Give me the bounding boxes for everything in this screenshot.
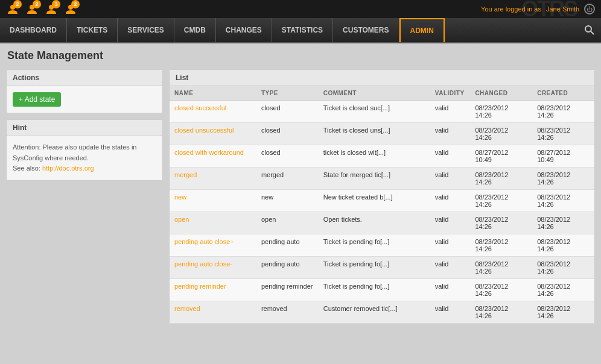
logout-button[interactable]: ⏻ [584, 4, 595, 14]
table-row: openopenOpen tickets.valid08/23/2012 14:… [170, 212, 594, 234]
state-name-link[interactable]: closed with workaround [174, 149, 244, 156]
nav-services[interactable]: SERVICES [118, 18, 174, 42]
state-created: 08/23/2012 14:26 [532, 257, 594, 279]
state-validity: valid [430, 212, 471, 234]
nav-admin[interactable]: ADMIN [399, 18, 445, 42]
state-name-link[interactable]: pending auto close- [174, 260, 232, 268]
state-name-link[interactable]: pending auto close+ [174, 238, 234, 245]
search-icon [584, 25, 595, 36]
state-table: NAME TYPE COMMENT VALIDITY CHANGED CREAT… [170, 86, 594, 324]
state-comment: New ticket created b[...] [319, 190, 430, 212]
badge-4: 2 [71, 0, 80, 8]
actions-content: + Add state [7, 86, 162, 113]
right-panel: List NAME TYPE COMMENT VALIDITY CHANGED … [169, 69, 595, 324]
nav-cmdb[interactable]: CMDB [174, 18, 216, 42]
state-changed: 08/23/2012 14:26 [470, 212, 532, 234]
state-name-link[interactable]: new [174, 193, 186, 201]
state-type: pending reminder [256, 279, 319, 301]
add-state-button[interactable]: + Add state [13, 92, 61, 107]
state-type: merged [256, 168, 319, 190]
topbar-agents: 2 2 3 [6, 2, 81, 16]
table-row: pending auto close-pending autoTicket is… [170, 257, 594, 279]
nav-dashboard[interactable]: DASHBOARD [0, 18, 67, 42]
actions-box: Actions + Add state [6, 69, 163, 113]
state-changed: 08/23/2012 14:26 [470, 279, 532, 301]
state-validity: valid [430, 145, 471, 168]
nav-tickets[interactable]: TICKETS [67, 18, 118, 42]
hint-link[interactable]: http://doc.otrs.org [42, 165, 94, 172]
state-changed: 08/23/2012 14:26 [470, 257, 532, 279]
state-name-link[interactable]: removed [174, 305, 200, 312]
nav-statistics[interactable]: STATISTICS [272, 18, 333, 42]
state-name-link[interactable]: closed unsuccessful [174, 127, 234, 134]
hint-see-also: See also: [13, 165, 40, 172]
state-created: 08/27/2012 10:49 [532, 145, 594, 168]
col-header-created: CREATED [532, 86, 594, 101]
state-name-link[interactable]: merged [174, 171, 197, 178]
table-row: newnewNew ticket created b[...]valid08/2… [170, 190, 594, 212]
table-body: closed successfulclosedTicket is closed … [170, 101, 594, 324]
svg-point-4 [585, 26, 591, 32]
state-validity: valid [430, 257, 471, 279]
user-name: Jane Smith [546, 5, 579, 13]
badge-3: 3 [52, 0, 60, 8]
hint-box: Hint Attention: Please also update the s… [6, 119, 163, 181]
state-created: 08/23/2012 14:26 [532, 101, 594, 123]
state-changed: 08/23/2012 14:26 [470, 301, 532, 324]
state-created: 08/23/2012 14:26 [532, 212, 594, 234]
state-validity: valid [430, 279, 471, 301]
hint-title: Hint [7, 120, 162, 136]
actions-title: Actions [7, 70, 162, 86]
state-type: closed [256, 145, 319, 168]
state-type: pending auto [256, 257, 319, 279]
state-type: removed [256, 301, 319, 324]
table-row: removedremovedCustomer removed tic[...]v… [170, 301, 594, 324]
page-title: State Management [6, 49, 595, 62]
state-comment: Ticket is pending fo[...] [319, 234, 430, 257]
state-validity: valid [430, 168, 471, 190]
state-validity: valid [430, 123, 471, 145]
state-changed: 08/23/2012 14:26 [470, 168, 532, 190]
state-name-link[interactable]: pending reminder [174, 283, 226, 290]
topbar-right: You are logged in as Jane Smith ⏻ [481, 4, 595, 14]
state-validity: valid [430, 101, 471, 123]
state-created: 08/23/2012 14:26 [532, 168, 594, 190]
layout: Actions + Add state Hint Attention: Plea… [6, 69, 595, 324]
state-changed: 08/27/2012 10:49 [470, 145, 532, 168]
col-header-comment: COMMENT [319, 86, 430, 101]
state-name-link[interactable]: closed successful [174, 104, 226, 111]
table-row: closed unsuccessfulclosedTicket is close… [170, 123, 594, 145]
svg-line-5 [591, 31, 594, 34]
state-comment: Ticket is pending fo[...] [319, 279, 430, 301]
agent-group-2[interactable]: 2 [25, 2, 39, 16]
agent-group-4[interactable]: 2 [64, 2, 77, 16]
state-changed: 08/23/2012 14:26 [470, 190, 532, 212]
state-validity: valid [430, 301, 471, 324]
nav-search[interactable] [578, 18, 601, 42]
agent-group-1[interactable]: 2 [6, 2, 19, 16]
state-changed: 08/23/2012 14:26 [470, 101, 532, 123]
col-header-type: TYPE [256, 86, 319, 101]
table-header-row: NAME TYPE COMMENT VALIDITY CHANGED CREAT… [170, 86, 594, 101]
nav-customers[interactable]: CUSTOMERS [333, 18, 399, 42]
state-created: 08/23/2012 14:26 [532, 279, 594, 301]
nav-changes[interactable]: CHANGES [216, 18, 272, 42]
state-changed: 08/23/2012 14:26 [470, 123, 532, 145]
table-row: pending reminderpending reminderTicket i… [170, 279, 594, 301]
state-created: 08/23/2012 14:26 [532, 123, 594, 145]
state-created: 08/23/2012 14:26 [532, 301, 594, 324]
state-created: 08/23/2012 14:26 [532, 234, 594, 257]
badge-2: 2 [33, 0, 41, 8]
agent-group-3[interactable]: 3 [45, 2, 58, 16]
state-type: pending auto [256, 234, 319, 257]
list-box: List NAME TYPE COMMENT VALIDITY CHANGED … [169, 69, 595, 324]
state-comment: Open tickets. [319, 212, 430, 234]
table-row: pending auto close+pending autoTicket is… [170, 234, 594, 257]
state-comment: Ticket is closed suc[...] [319, 101, 430, 123]
state-type: new [256, 190, 319, 212]
state-comment: Ticket is pending fo[...] [319, 257, 430, 279]
state-comment: Ticket is closed uns[...] [319, 123, 430, 145]
state-type: closed [256, 101, 319, 123]
state-comment: ticket is closed wit[...] [319, 145, 430, 168]
state-name-link[interactable]: open [174, 216, 189, 223]
